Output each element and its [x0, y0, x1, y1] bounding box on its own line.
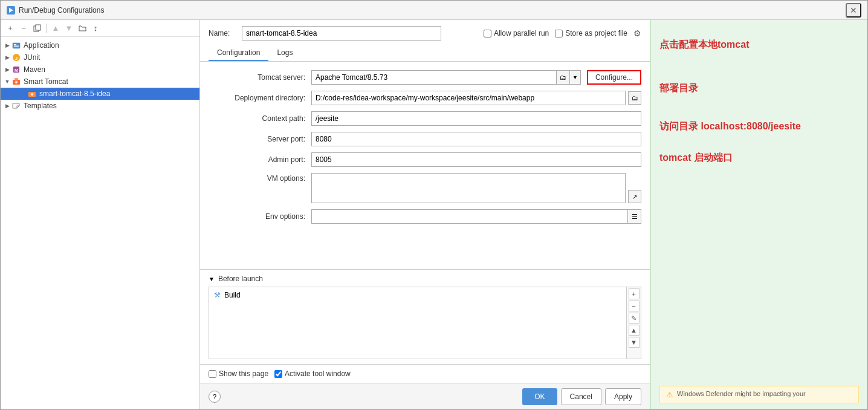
env-options-row: Env options: ☰: [209, 209, 641, 224]
deployment-dir-label: Deployment directory:: [209, 94, 311, 102]
svg-point-12: [15, 81, 18, 83]
before-launch-up-button[interactable]: ▲: [629, 325, 640, 336]
ok-button[interactable]: OK: [522, 388, 557, 405]
tomcat-dropdown-button[interactable]: ▼: [569, 71, 580, 84]
env-options-input[interactable]: [312, 210, 627, 223]
show-this-page-checkbox[interactable]: [209, 370, 216, 378]
svg-rect-2: [36, 25, 40, 30]
remove-button[interactable]: −: [18, 22, 30, 34]
context-hint: 访问目录 localhost:8080/jeesite: [659, 120, 859, 133]
arrow-junit: ▶: [3, 53, 11, 62]
show-this-page-label[interactable]: Show this page: [209, 369, 268, 378]
store-project-label[interactable]: Store as project file: [555, 29, 627, 37]
annotation-spacer: [659, 177, 859, 374]
tree-item-maven[interactable]: ▶ M Maven: [1, 63, 199, 76]
svg-marker-0: [9, 8, 13, 13]
main-window: Run/Debug Configurations ✕ + − ▲ ▼: [0, 0, 868, 410]
context-path-input[interactable]: [311, 111, 641, 126]
icon-smart-tomcat: [11, 77, 21, 86]
footer-right: OK Cancel Apply: [522, 388, 641, 405]
before-launch-remove-button[interactable]: −: [629, 301, 640, 311]
env-options-icon-button[interactable]: ☰: [627, 210, 641, 223]
config-header: Name: Allow parallel run Store as projec…: [200, 20, 650, 62]
add-button[interactable]: +: [4, 22, 16, 34]
move-up-button[interactable]: ▲: [50, 22, 62, 34]
allow-parallel-text: Allow parallel run: [494, 29, 549, 37]
store-project-checkbox[interactable]: [555, 30, 563, 37]
tree-item-application[interactable]: ▶ Application: [1, 39, 199, 51]
configure-hint: 点击配置本地tomcat: [659, 38, 859, 51]
title-bar-left: Run/Debug Configurations: [7, 6, 104, 15]
deployment-dir-folder-button[interactable]: 🗂: [628, 91, 641, 105]
before-launch-add-button[interactable]: +: [629, 288, 640, 299]
admin-port-input[interactable]: [311, 152, 641, 167]
before-launch-list: ⚒ Build: [209, 287, 626, 359]
config-body: Tomcat server: 🗂 ▼ Configure... Deployme…: [200, 62, 650, 269]
env-options-wrap: ☰: [311, 209, 641, 224]
copy-button[interactable]: [31, 22, 43, 34]
tomcat-folder-button[interactable]: 🗂: [556, 71, 569, 84]
deployment-hint: 部署目录: [659, 82, 859, 95]
admin-port-label: Admin port:: [209, 155, 311, 164]
allow-parallel-checkbox[interactable]: [484, 30, 491, 37]
server-port-controls: [311, 132, 641, 146]
move-down-button[interactable]: ▼: [63, 22, 75, 34]
label-application: Application: [24, 41, 59, 50]
warning-icon: ⚠: [666, 390, 673, 399]
tree-item-smart-tomcat[interactable]: ▼ Smart Tomcat: [1, 76, 199, 88]
main-content: + − ▲ ▼ ↕: [1, 20, 867, 409]
context-path-controls: [311, 111, 641, 126]
configure-button[interactable]: Configure...: [587, 70, 641, 85]
tomcat-server-label: Tomcat server:: [209, 73, 311, 82]
name-row-options: Allow parallel run Store as project file…: [484, 28, 641, 38]
apply-button[interactable]: Apply: [605, 388, 641, 405]
server-port-input[interactable]: [311, 132, 641, 146]
sort-button[interactable]: ↕: [89, 22, 102, 34]
left-panel: + − ▲ ▼ ↕: [1, 20, 200, 409]
activate-tool-window-text: Activate tool window: [285, 369, 351, 378]
tree-item-smart-tomcat-idea[interactable]: ▶ smart-tomcat-8.5-idea: [1, 88, 199, 100]
vm-options-textarea[interactable]: [311, 173, 626, 203]
close-button[interactable]: ✕: [846, 3, 861, 18]
toolbar: + − ▲ ▼ ↕: [1, 20, 199, 37]
build-label: Build: [224, 291, 241, 299]
tab-configuration[interactable]: Configuration: [209, 45, 268, 61]
svg-point-14: [31, 93, 33, 96]
svg-text:J: J: [15, 56, 18, 61]
activate-tool-window-label[interactable]: Activate tool window: [274, 369, 351, 378]
env-options-controls: ☰: [311, 209, 641, 224]
label-maven: Maven: [24, 65, 45, 74]
before-launch-item-build: ⚒ Build: [212, 290, 624, 301]
before-launch-collapse-arrow[interactable]: ▼: [209, 276, 215, 282]
dialog-footer: ? OK Cancel Apply: [200, 383, 650, 409]
server-port-row: Server port:: [209, 132, 641, 146]
svg-rect-4: [14, 44, 16, 45]
before-launch-down-button[interactable]: ▼: [629, 337, 640, 348]
footer-left: ?: [209, 391, 221, 403]
before-launch-title: Before launch: [218, 275, 263, 283]
deployment-dir-controls: 🗂: [311, 91, 641, 105]
deployment-hint-text: 部署目录: [659, 82, 698, 95]
help-button[interactable]: ?: [209, 391, 221, 403]
deployment-dir-input[interactable]: [311, 91, 626, 105]
activate-tool-window-checkbox[interactable]: [274, 370, 282, 378]
arrow-maven: ▶: [3, 65, 11, 74]
tab-logs[interactable]: Logs: [268, 45, 301, 61]
store-project-text: Store as project file: [565, 29, 627, 37]
move-to-folder-button[interactable]: [76, 22, 88, 34]
tree-item-junit[interactable]: ▶ J JUnit: [1, 51, 199, 63]
label-templates: Templates: [24, 102, 57, 110]
windows-defender-text: Windows Defender might be impacting your: [677, 390, 806, 397]
server-port-label: Server port:: [209, 135, 311, 143]
tomcat-server-input[interactable]: [312, 71, 556, 84]
cancel-button[interactable]: Cancel: [561, 388, 601, 405]
port-hint-text: tomcat 启动端口: [659, 152, 733, 163]
before-launch-edit-button[interactable]: ✎: [629, 313, 640, 324]
label-junit: JUnit: [24, 53, 40, 62]
name-input[interactable]: [242, 26, 441, 41]
vm-options-expand-button[interactable]: ↗: [628, 190, 641, 203]
gear-button[interactable]: ⚙: [633, 28, 641, 38]
tree-item-templates[interactable]: ▶ Templates: [1, 100, 199, 112]
allow-parallel-label[interactable]: Allow parallel run: [484, 29, 549, 37]
port-hint: tomcat 启动端口: [659, 151, 859, 164]
